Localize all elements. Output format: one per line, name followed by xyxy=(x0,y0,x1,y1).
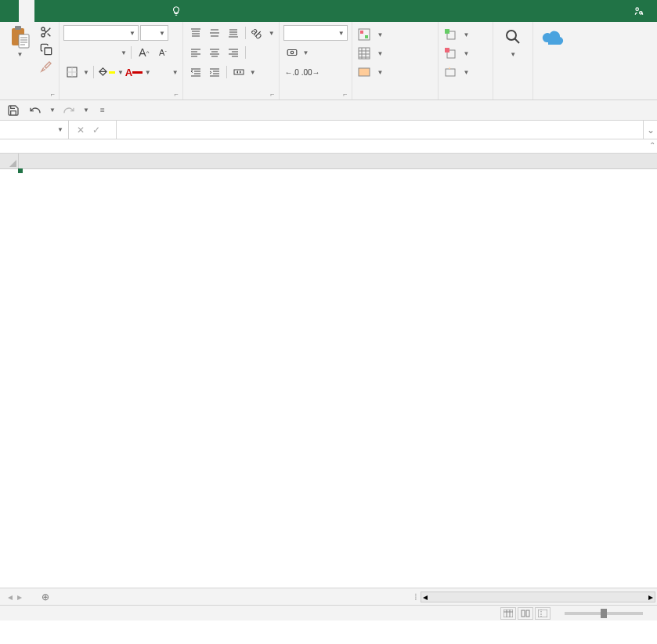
new-sheet-button[interactable]: ⊕ xyxy=(36,588,55,605)
tab-baidu-netdisk[interactable] xyxy=(144,0,160,22)
currency-button[interactable] xyxy=(283,45,301,60)
group-font-label: ⌐ xyxy=(63,96,179,99)
increase-indent-button[interactable] xyxy=(206,64,223,80)
sheet-nav-last-button[interactable]: ▸ xyxy=(17,592,22,602)
align-bottom-button[interactable] xyxy=(225,25,242,41)
phonetic-button[interactable] xyxy=(153,64,170,80)
sheet-nav-first-button[interactable]: ◂ xyxy=(8,592,13,602)
normal-view-button[interactable] xyxy=(500,607,516,620)
tab-review[interactable] xyxy=(97,0,113,22)
merge-button[interactable] xyxy=(230,64,247,80)
file-tab[interactable] xyxy=(0,0,19,22)
format-cells-button[interactable]: ▼ xyxy=(442,63,471,81)
formula-input[interactable] xyxy=(117,121,643,139)
svg-rect-4 xyxy=(19,34,29,48)
select-all-button[interactable] xyxy=(0,154,19,168)
align-top-button[interactable] xyxy=(187,25,204,41)
scroll-right-button[interactable]: ▸ xyxy=(648,592,653,602)
enter-formula-button[interactable]: ✓ xyxy=(92,125,100,136)
tab-home[interactable] xyxy=(19,0,34,22)
expand-formula-button[interactable]: ⌄ xyxy=(643,121,657,139)
tab-page-layout[interactable] xyxy=(50,0,66,22)
svg-rect-20 xyxy=(445,48,449,52)
font-name-combo[interactable]: ▼ xyxy=(63,25,139,41)
fill-color-button[interactable] xyxy=(98,64,115,80)
format-as-table-button[interactable]: ▼ xyxy=(356,45,385,62)
chevron-down-icon[interactable]: ▼ xyxy=(250,69,256,76)
spreadsheet-grid[interactable] xyxy=(0,154,657,588)
align-right-button[interactable] xyxy=(225,45,242,60)
font-size-combo[interactable]: ▼ xyxy=(140,25,168,41)
conditional-format-button[interactable]: ▼ xyxy=(356,26,385,43)
tab-data[interactable] xyxy=(81,0,97,22)
horizontal-scrollbar[interactable]: ◂ ▸ xyxy=(421,592,655,602)
delete-cells-button[interactable]: ▼ xyxy=(442,45,471,62)
qat-customize-button[interactable]: ≡ xyxy=(94,102,111,119)
undo-button[interactable] xyxy=(27,102,44,119)
chevron-down-icon[interactable]: ▼ xyxy=(303,49,309,56)
chevron-down-icon[interactable]: ▼ xyxy=(83,107,89,114)
chevron-down-icon[interactable]: ▼ xyxy=(83,69,89,76)
chevron-down-icon[interactable]: ▼ xyxy=(172,69,179,76)
scroll-left-button[interactable]: ◂ xyxy=(423,592,428,602)
tab-formulas[interactable] xyxy=(66,0,81,22)
title-bar xyxy=(0,0,657,22)
increase-font-button[interactable]: A^ xyxy=(135,45,153,60)
paintbrush-icon xyxy=(40,60,52,73)
align-left-button[interactable] xyxy=(187,45,204,60)
tab-help[interactable] xyxy=(128,0,144,22)
increase-decimal-button[interactable]: ←.0 xyxy=(283,64,301,80)
lightbulb-icon xyxy=(171,5,182,16)
chevron-down-icon[interactable]: ▼ xyxy=(121,49,127,56)
tab-insert[interactable] xyxy=(34,0,50,22)
page-layout-view-button[interactable] xyxy=(518,607,533,620)
chevron-down-icon: ▼ xyxy=(17,51,23,58)
cell-styles-button[interactable]: ▼ xyxy=(356,63,385,81)
tell-me-search[interactable] xyxy=(171,5,186,16)
dialog-launcher-icon[interactable]: ⌐ xyxy=(343,90,347,98)
zoom-slider[interactable] xyxy=(565,612,643,615)
tab-view[interactable] xyxy=(113,0,128,22)
redo-button[interactable] xyxy=(60,102,78,119)
decrease-indent-button[interactable] xyxy=(187,64,204,80)
group-number-label: ⌐ xyxy=(283,96,348,99)
paste-button[interactable]: ▼ xyxy=(4,24,35,60)
group-editing-label xyxy=(497,96,529,99)
chevron-down-icon[interactable]: ▼ xyxy=(49,107,56,114)
editing-button[interactable]: ▼ xyxy=(497,24,529,60)
chevron-down-icon[interactable]: ▼ xyxy=(269,30,275,37)
page-break-view-button[interactable] xyxy=(535,607,551,620)
chevron-down-icon[interactable]: ▼ xyxy=(117,69,124,76)
underline-button[interactable] xyxy=(101,45,118,60)
dialog-launcher-icon[interactable]: ⌐ xyxy=(51,90,55,98)
copy-button[interactable] xyxy=(38,42,55,57)
bold-button[interactable] xyxy=(63,45,81,60)
svg-rect-25 xyxy=(526,610,529,617)
comma-button[interactable] xyxy=(330,45,347,60)
format-painter-button[interactable] xyxy=(38,59,55,74)
ribbon: ▼ ⌐ ▼ ▼ xyxy=(0,22,657,100)
align-center-button[interactable] xyxy=(206,45,223,60)
wrap-text-button[interactable] xyxy=(249,45,266,60)
paste-icon xyxy=(9,26,31,48)
dialog-launcher-icon[interactable]: ⌐ xyxy=(174,90,178,98)
dialog-launcher-icon[interactable]: ⌐ xyxy=(270,90,274,98)
decrease-decimal-button[interactable]: .00→ xyxy=(302,64,319,80)
decrease-font-button[interactable]: Aˇ xyxy=(154,45,171,60)
save-button[interactable] xyxy=(5,102,22,119)
insert-cells-button[interactable]: ▼ xyxy=(442,26,471,43)
orientation-button[interactable]: ab xyxy=(249,25,266,41)
name-box[interactable]: ▼ xyxy=(0,121,69,139)
collapse-ribbon-button[interactable]: ⌃ xyxy=(649,141,655,150)
save-to-baidu-button[interactable] xyxy=(537,24,569,61)
cut-button[interactable] xyxy=(38,24,55,40)
delete-icon xyxy=(444,47,457,60)
cancel-formula-button[interactable]: ✕ xyxy=(77,125,85,136)
chevron-down-icon[interactable]: ▼ xyxy=(145,69,151,76)
border-button[interactable] xyxy=(63,64,81,80)
percent-button[interactable] xyxy=(311,45,328,60)
align-middle-button[interactable] xyxy=(206,25,223,41)
font-color-button[interactable]: A xyxy=(125,64,143,80)
number-format-combo[interactable]: ▼ xyxy=(283,25,348,41)
italic-button[interactable] xyxy=(82,45,99,60)
